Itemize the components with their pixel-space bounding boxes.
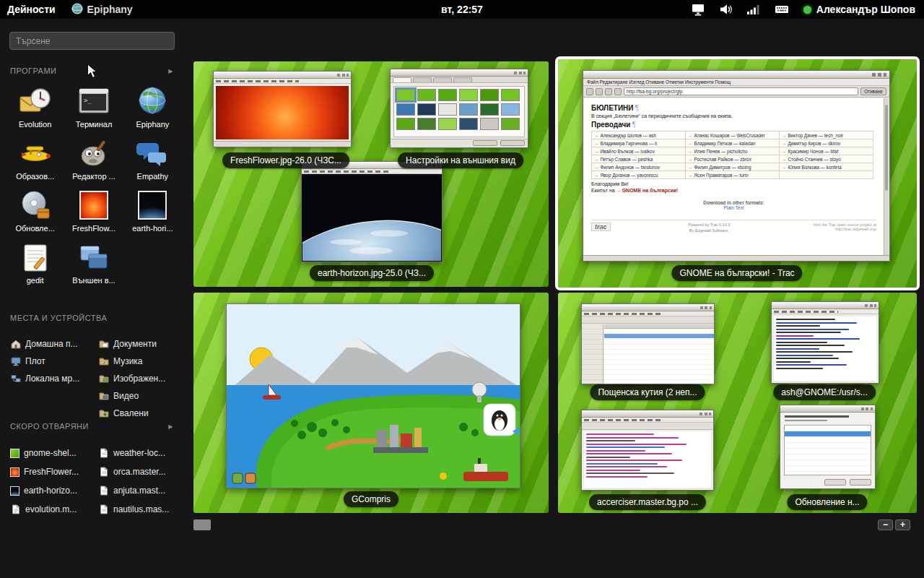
translator-link[interactable]: Филип Димитров — xboing <box>686 163 780 171</box>
recent-item[interactable]: orca.master... <box>98 462 183 481</box>
place-pictures[interactable]: Изображен... <box>98 370 183 387</box>
translator-link[interactable]: Красимир Чонов — bfaf <box>780 147 873 155</box>
place-downloads[interactable]: Свалени <box>98 405 183 422</box>
app-launcher-appearance[interactable]: Външен в... <box>64 237 123 288</box>
app-launcher-epiphany[interactable]: Epiphany <box>123 81 182 131</box>
translator-link[interactable]: Александър Шопов — ash <box>592 131 686 139</box>
programs-expand-arrow[interactable]: ▶ <box>168 68 173 74</box>
window-terminal[interactable] <box>771 301 879 384</box>
go-button[interactable]: Отиване <box>860 87 886 95</box>
place-desktop[interactable]: Плот <box>10 353 95 370</box>
app-launcher-empathy[interactable]: Empathy <box>123 133 182 184</box>
translator-link[interactable]: Стойчо Станчев — stoyo <box>780 155 873 163</box>
user-status-dot <box>803 6 811 14</box>
address-bar[interactable]: http://fsa-bg.org/project/gtp <box>624 87 858 95</box>
team-line: Екипът на GNOME на български! <box>591 188 876 193</box>
gcompris-plane-icon <box>17 136 54 171</box>
window-gedit-po-editor[interactable] <box>581 410 714 491</box>
app-launcher-evolution[interactable]: Evolution <box>6 81 64 131</box>
display-icon[interactable] <box>692 4 705 16</box>
translator-link[interactable]: Филип Андонов — fandonov <box>592 163 686 171</box>
updater-button[interactable] <box>850 479 871 486</box>
translator-link[interactable]: Ивайло Вълков — ivalkov <box>592 147 686 155</box>
recent-item[interactable]: earth-horizo... <box>10 481 95 500</box>
place-documents[interactable]: Документи <box>98 335 183 353</box>
translator-link[interactable]: Атанас Кошаров — WebCrusader <box>686 131 780 139</box>
browser-toolbar: http://fsa-bg.org/project/gtp Отиване <box>583 86 889 98</box>
translator-link[interactable]: Владимира Гиргинова — ii <box>592 139 686 147</box>
app-launcher-earth-horizon[interactable]: earth-hori... <box>123 185 182 236</box>
back-button[interactable] <box>586 88 593 95</box>
window-titlebar <box>780 405 875 413</box>
activities-button[interactable]: Дейности <box>7 4 56 15</box>
window-appearance-settings[interactable] <box>390 69 528 148</box>
translator-link[interactable]: Явор Доганов — yavorescu <box>592 171 686 179</box>
window-epiphany-browser[interactable]: Файл Редактиране Изглед Отиване Отметки … <box>583 70 890 262</box>
terminal-icon: >_ <box>75 84 113 118</box>
app-launcher-gedit[interactable]: gedit <box>6 237 64 288</box>
volume-icon[interactable] <box>719 4 732 15</box>
window-evolution-mail[interactable] <box>581 303 715 384</box>
place-videos[interactable]: Видео <box>98 387 183 405</box>
window-gcompris[interactable] <box>226 303 520 488</box>
window-freshflower-viewer[interactable] <box>213 71 352 147</box>
updater-button[interactable] <box>824 479 846 486</box>
place-home[interactable]: Домашна п... <box>10 335 95 353</box>
chat-bubbles-icon <box>134 136 171 171</box>
window-software-updater[interactable] <box>780 405 876 489</box>
workspace-3[interactable]: GCompris <box>193 293 549 513</box>
forward-button[interactable] <box>596 88 603 95</box>
remove-workspace-button[interactable]: − <box>878 519 893 530</box>
search-input[interactable] <box>9 32 175 50</box>
image-file-icon <box>10 486 19 496</box>
keyboard-icon[interactable] <box>775 4 789 14</box>
workspace-2-active[interactable]: Файл Редактиране Изглед Отиване Отметки … <box>558 59 917 288</box>
plain-text-link[interactable]: Plain Text <box>591 205 876 210</box>
page-heading-bulletins: БЮЛЕТИНИ¶ <box>591 104 876 112</box>
translator-link[interactable]: Димитър Киров — dkirov <box>780 139 873 147</box>
place-local-network[interactable]: Локална мр... <box>10 370 95 387</box>
translator-link[interactable]: Виктор Дачев — tech_noir <box>780 131 873 139</box>
workspace-indicator[interactable] <box>193 519 211 530</box>
translator-link[interactable]: Петър Славов — peshka <box>592 155 686 163</box>
translator-link[interactable]: Илия Пенев — picholicho <box>686 147 780 155</box>
app-launcher-gimp[interactable]: Редактор ... <box>64 133 123 184</box>
recent-item[interactable]: nautilus.mas... <box>98 500 183 519</box>
translator-link[interactable]: Юлия Волкова — konfeta <box>780 163 873 171</box>
earth-photo-icon <box>134 188 171 223</box>
app-launcher-terminal[interactable]: >_ Терминал <box>64 81 123 131</box>
recent-item[interactable]: anjuta.mast... <box>98 481 183 500</box>
add-workspace-button[interactable]: + <box>895 519 910 530</box>
app-label: Редактор ... <box>72 172 116 181</box>
translator-link[interactable]: Ясен Праматаров — turin <box>686 171 780 179</box>
network-signal-icon[interactable] <box>746 4 760 15</box>
recent-item[interactable]: evolution.m... <box>10 500 95 519</box>
recent-expand-arrow[interactable]: ▶ <box>168 423 173 430</box>
workspace-1[interactable]: FreshFlower.jpg-26.0 (ЧЗС... Настройки н… <box>193 61 549 287</box>
app-launcher-updates[interactable]: Обновле... <box>6 185 64 236</box>
window-earth-viewer[interactable] <box>301 161 443 262</box>
team-link[interactable]: GNOME на български! <box>616 188 678 193</box>
focused-app-menu[interactable]: Epiphany <box>71 3 133 17</box>
page-scrollbar[interactable] <box>884 98 889 255</box>
music-folder-icon: ♪ <box>98 356 109 367</box>
user-menu[interactable]: Александър Шопов <box>803 4 915 15</box>
app-launcher-freshflower[interactable]: FreshFlow... <box>64 185 123 236</box>
window-label-updater: Обновление н... <box>787 494 867 510</box>
reload-button[interactable] <box>605 88 612 95</box>
translator-link[interactable]: Владимир Петков — kaladan <box>686 139 780 147</box>
app-label: Терминал <box>76 120 113 129</box>
window-label-terminal: ash@GNOME:/usr/s... <box>773 384 876 400</box>
evolution-icon <box>17 84 54 118</box>
recent-item[interactable]: FreshFlower... <box>10 462 95 481</box>
translators-table: Александър Шопов — ash Атанас Кошаров — … <box>591 131 873 179</box>
recent-item[interactable]: weather-loc... <box>98 444 183 462</box>
workspace-4[interactable]: Пощенска кутия (2 неп... ash@GNOME:/usr/… <box>558 293 917 513</box>
translator-link[interactable]: Ростислав Райков — zbrox <box>686 155 780 163</box>
app-launcher-gcompris[interactable]: Образов... <box>6 133 64 184</box>
home-button[interactable] <box>614 88 622 95</box>
gimp-icon <box>75 136 113 171</box>
recent-item[interactable]: gnome-shel... <box>10 444 95 462</box>
place-music[interactable]: ♪ Музика <box>98 353 183 370</box>
trac-logo: trac <box>591 223 611 231</box>
